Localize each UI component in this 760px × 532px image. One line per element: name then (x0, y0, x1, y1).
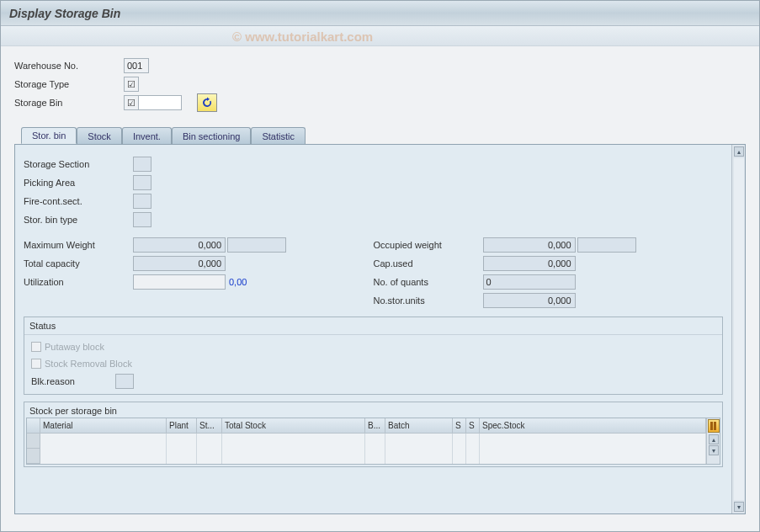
table-row (40, 449, 706, 464)
tab-container: Stor. bin Stock Invent. Bin sectioning S… (14, 127, 746, 514)
select-all-button[interactable] (27, 418, 40, 434)
content-area: Warehouse No. 001 Storage Type ☑ Storage… (1, 46, 759, 514)
col-batch[interactable]: Batch (385, 418, 453, 434)
occupied-weight-label: Occupied weight (374, 240, 483, 250)
storage-bin-check[interactable]: ☑ (124, 95, 139, 110)
scroll-track[interactable] (734, 158, 744, 500)
no-stor-units-label: No.stor.units (374, 295, 483, 306)
picking-area-field[interactable] (133, 175, 151, 190)
stock-removal-checkbox (31, 359, 41, 369)
table-row (40, 434, 706, 449)
cap-used-field[interactable]: 0,000 (483, 256, 576, 271)
putaway-label: Putaway block (45, 342, 104, 352)
storage-bin-label: Storage Bin (14, 98, 124, 108)
table-config-icon (710, 422, 717, 430)
storage-type-label: Storage Type (14, 79, 124, 89)
stock-table-group: Stock per storage bin Material Plant (24, 402, 723, 467)
refresh-button[interactable] (197, 93, 217, 112)
col-material[interactable]: Material (40, 418, 167, 434)
occupied-weight-unit[interactable] (577, 237, 636, 253)
putaway-checkbox (31, 342, 41, 352)
table-config-button[interactable] (708, 419, 720, 433)
col-b[interactable]: B... (365, 418, 385, 434)
blk-reason-label: Blk.reason (31, 376, 115, 386)
no-quants-field[interactable]: 0 (483, 274, 576, 290)
picking-area-label: Picking Area (24, 178, 133, 188)
scroll-up-button[interactable]: ▴ (734, 146, 744, 157)
storage-section-field[interactable] (133, 157, 151, 172)
stock-removal-label: Stock Removal Block (45, 359, 132, 369)
col-s2[interactable]: S (466, 418, 480, 434)
utilization-bar (133, 274, 226, 290)
stor-bin-type-label: Stor. bin type (24, 215, 133, 225)
panel-content: Storage Section Picking Area Fire-cont.s… (15, 145, 731, 513)
row-selector-column (27, 418, 40, 464)
stock-table: Material Plant St... Total Stock B... Ba… (26, 418, 720, 465)
status-title: Status (24, 317, 722, 335)
table-scroll-down[interactable]: ▾ (709, 445, 719, 455)
max-weight-unit[interactable] (227, 237, 286, 253)
col-plant[interactable]: Plant (167, 418, 197, 434)
no-stor-units-field[interactable]: 0,000 (483, 293, 576, 308)
max-weight-field[interactable]: 0,000 (133, 237, 226, 253)
stor-bin-type-field[interactable] (133, 212, 151, 227)
fire-cont-label: Fire-cont.sect. (24, 196, 133, 206)
tab-stor-bin[interactable]: Stor. bin (21, 127, 77, 144)
utilization-value: 0,00 (229, 277, 247, 287)
max-weight-label: Maximum Weight (24, 240, 133, 250)
table-scrollbar: ▴ ▾ (706, 418, 720, 464)
toolbar (1, 26, 759, 46)
fire-cont-field[interactable] (133, 194, 151, 209)
page-title: Display Storage Bin (9, 7, 120, 20)
warehouse-field[interactable]: 001 (124, 58, 149, 73)
refresh-icon (201, 97, 213, 109)
total-capacity-label: Total capacity (24, 258, 133, 269)
storage-section-label: Storage Section (24, 159, 133, 169)
app-window: Display Storage Bin © www.tutorialkart.c… (0, 0, 760, 532)
panel-scrollbar[interactable]: ▴ ▾ (731, 145, 745, 513)
titlebar: Display Storage Bin (1, 1, 759, 26)
total-capacity-field[interactable]: 0,000 (133, 256, 226, 271)
table-scroll-up[interactable]: ▴ (709, 434, 719, 444)
table-header: Material Plant St... Total Stock B... Ba… (40, 418, 706, 434)
occupied-weight-field[interactable]: 0,000 (483, 237, 576, 253)
storage-type-field[interactable]: ☑ (124, 77, 139, 92)
storage-bin-field[interactable] (138, 95, 182, 110)
status-group: Status Putaway block Stock Removal Block… (24, 317, 723, 395)
utilization-label: Utilization (24, 277, 133, 287)
tab-bin-sectioning[interactable]: Bin sectioning (172, 127, 252, 144)
row-selector[interactable] (27, 434, 40, 449)
col-s1[interactable]: S (453, 418, 466, 434)
col-spec-stock[interactable]: Spec.Stock (480, 418, 706, 434)
svg-rect-0 (710, 422, 713, 430)
tab-invent[interactable]: Invent. (122, 127, 172, 144)
blk-reason-field[interactable] (115, 374, 134, 389)
scroll-down-button[interactable]: ▾ (734, 502, 744, 512)
no-quants-label: No. of quants (374, 277, 483, 287)
tab-panel: Storage Section Picking Area Fire-cont.s… (14, 144, 746, 514)
warehouse-label: Warehouse No. (14, 61, 124, 71)
col-st[interactable]: St... (197, 418, 222, 434)
cap-used-label: Cap.used (374, 258, 483, 269)
svg-rect-1 (714, 422, 716, 430)
tab-stock[interactable]: Stock (77, 127, 122, 144)
stock-table-title: Stock per storage bin (26, 404, 720, 418)
row-selector[interactable] (27, 449, 40, 464)
col-total-stock[interactable]: Total Stock (222, 418, 365, 434)
tab-statistic[interactable]: Statistic (251, 127, 306, 144)
tab-strip: Stor. bin Stock Invent. Bin sectioning S… (21, 127, 746, 144)
